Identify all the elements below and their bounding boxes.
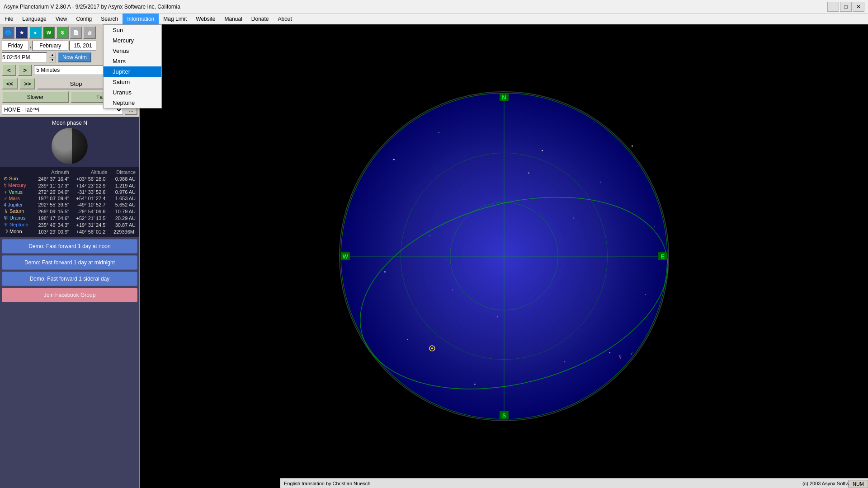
dropdown-mercury[interactable]: Mercury [104,35,161,46]
menu-search[interactable]: Search [96,14,123,24]
planet-distance-uranus: 20.29 AU [109,215,137,221]
planet-altitude-jupiter: -49° 10' 52.7" [71,202,109,208]
dropdown-mars[interactable]: Mars [104,56,161,66]
toolbar-btn-print[interactable]: 🖨 [83,26,96,39]
toolbar-btn-w[interactable]: W [42,26,55,39]
planet-altitude-sun: +03° 56' 28.0" [71,175,109,182]
svg-point-21 [573,217,574,218]
minimize-button[interactable]: — [827,2,839,12]
svg-point-13 [654,226,655,227]
now-anim-button[interactable]: Now Anim [58,52,91,62]
date-day-input[interactable] [2,41,29,51]
planet-name-mercury: ☿ Mercury [2,182,33,189]
slower-button[interactable]: Slower [2,91,69,103]
time-spin-down[interactable]: ▼ [49,57,56,62]
planet-label-mercury: Mercury [8,183,26,188]
menu-donate[interactable]: Donate [247,14,274,24]
table-row: ♄ Saturn 269° 09' 15.5" -29° 54' 09.6" 1… [2,208,137,215]
nav-forward2-button[interactable]: >> [19,78,35,89]
col-altitude: Altitude [71,169,109,175]
svg-point-16 [407,339,408,340]
planet-name-sun: ⊙ Sun [2,175,33,182]
nav-forward-button[interactable]: > [18,64,33,76]
planet-symbol-sun: ⊙ [4,176,8,181]
menu-website[interactable]: Website [191,14,220,24]
menu-about[interactable]: About [274,14,297,24]
svg-text:☿: ☿ [619,354,622,359]
planet-distance-venus: 0.976 AU [109,189,137,195]
menu-view[interactable]: View [51,14,72,24]
planet-label-venus: Venus [9,189,23,195]
dropdown-venus[interactable]: Venus [104,46,161,56]
table-row: ♀ Venus 272° 26' 04.0" -31° 33' 52.6" 0.… [2,189,137,195]
planet-symbol-moon: ☽ [4,229,8,234]
planet-distance-sun: 0.988 AU [109,175,137,182]
planet-label-sun: Sun [9,176,18,181]
planet-symbol-uranus: ♅ [4,215,8,221]
maximize-button[interactable]: □ [840,2,852,12]
svg-point-8 [393,159,395,160]
planet-altitude-mercury: +14° 23' 22.9" [71,182,109,189]
menu-config[interactable]: Config [72,14,97,24]
svg-point-26 [431,347,433,349]
menu-language[interactable]: Language [18,14,51,24]
nav-back-button[interactable]: < [2,64,16,76]
planet-symbol-venus: ♀ [4,189,7,195]
planet-label-jupiter: Jupiter [8,202,23,207]
data-table: Azimuth Altitude Distance ⊙ Sun 246° 37'… [0,167,139,237]
demo-area: Demo: Fast forward 1 day at noon Demo: F… [0,237,139,488]
dropdown-jupiter[interactable]: Jupiter [104,66,161,77]
col-distance: Distance [109,169,137,175]
toolbar-btn-dollar[interactable]: $ [56,26,69,39]
planet-azimuth-saturn: 269° 09' 15.5" [33,208,71,215]
dropdown-saturn[interactable]: Saturn [104,77,161,87]
sky-svg: ☽ ☿ ♂ N S W E [340,92,668,420]
nav-back2-button[interactable]: << [2,78,18,89]
planet-azimuth-uranus: 198° 17' 04.6" [33,215,71,221]
time-input[interactable] [2,52,47,62]
planet-name-saturn: ♄ Saturn [2,208,33,215]
date-month-input[interactable] [32,41,68,51]
menu-manual[interactable]: Manual [220,14,246,24]
svg-text:♂: ♂ [630,351,633,356]
demo-btn-sideral[interactable]: Demo: Fast forward 1 sideral day [2,272,137,286]
demo-btn-midnight[interactable]: Demo: Fast forward 1 day at midnight [2,255,137,270]
toolbar-btn-globe[interactable]: 🌐 [2,26,14,39]
demo-btn-noon[interactable]: Demo: Fast forward 1 day at noon [2,239,137,253]
planet-label-saturn: Saturn [9,208,24,214]
facebook-group-button[interactable]: Join Facebook Group [2,288,137,302]
planet-name-jupiter: 4 Jupiter [2,202,33,208]
dropdown-neptune[interactable]: Neptune [104,98,161,108]
planet-altitude-moon: +40° 56' 01.2" [71,228,109,235]
planet-label-mars: Mars [9,196,19,201]
toolbar-btn-dot[interactable]: ● [29,26,42,39]
planet-symbol-saturn: ♄ [4,208,8,214]
planet-altitude-venus: -31° 33' 52.6" [71,189,109,195]
dropdown-uranus[interactable]: Uranus [104,87,161,98]
date-year-input[interactable] [69,41,96,51]
planet-distance-mars: 1.653 AU [109,195,137,202]
menu-maglimit[interactable]: Mag Limit [159,14,191,24]
planet-azimuth-neptune: 235° 46' 34.3" [33,221,71,228]
planet-symbol-mercury: ☿ [4,183,7,188]
planet-symbol-mars: ♂ [4,196,7,201]
close-button[interactable]: ✕ [853,2,864,12]
planet-azimuth-mercury: 239° 11' 17.3" [33,182,71,189]
planet-distance-mercury: 1.219 AU [109,182,137,189]
num-indicator: NUM [849,480,868,488]
menu-information[interactable]: Information [123,14,159,24]
svg-point-22 [528,173,529,174]
planet-label-moon: Moon [9,229,22,234]
menu-file[interactable]: File [0,14,18,24]
planet-distance-neptune: 30.87 AU [109,221,137,228]
table-row: 4 Jupiter 292° 55' 39.5" -49° 10' 52.7" … [2,202,137,208]
time-spin-up[interactable]: ▲ [49,52,56,57]
planet-azimuth-jupiter: 292° 55' 39.5" [33,202,71,208]
menubar: File Language View Config Search Informa… [0,14,868,24]
sky-view: ☽ ☿ ♂ N S W E English translation by Chr… [140,24,868,488]
dropdown-sun[interactable]: Sun [104,25,161,35]
table-row: ♅ Uranus 198° 17' 04.6" +52° 21' 13.5" 2… [2,215,137,221]
toolbar-btn-doc[interactable]: 📄 [70,26,82,39]
toolbar-btn-star[interactable]: ★ [15,26,28,39]
sky-circle: ☽ ☿ ♂ N S W E [339,91,669,421]
